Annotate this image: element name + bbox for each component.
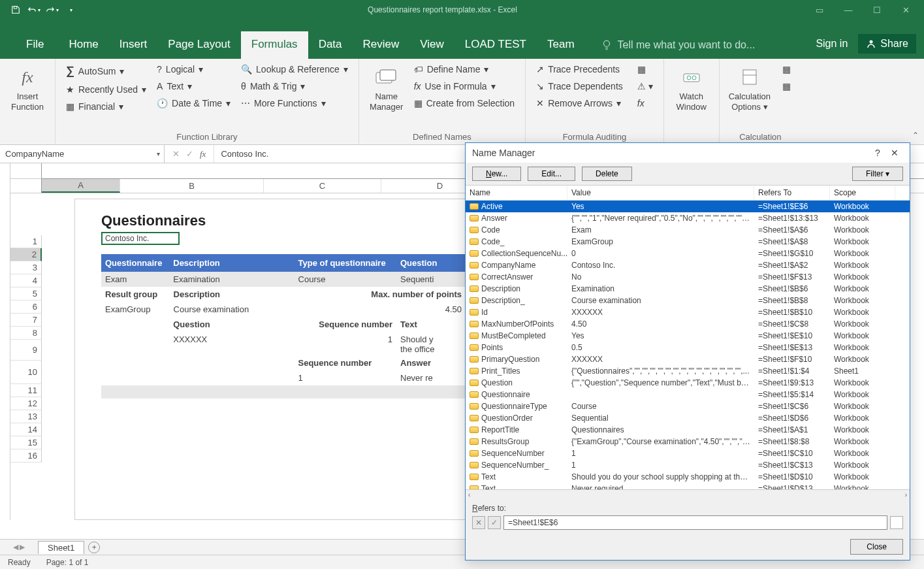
row-header[interactable]: 16 [10,449,42,463]
list-item[interactable]: Print_Titles{"Questionnaires","","","","… [466,365,910,377]
list-item[interactable]: Code_ExamGroup=Sheet1!$A$8Workbook [466,236,910,248]
error-checking-icon[interactable]: ⚠ ▾ [632,78,658,94]
list-item[interactable]: CompanyNameContoso Inc.=Sheet1!$A$2Workb… [466,259,910,271]
dialog-titlebar[interactable]: Name Manager ? ✕ [466,143,910,163]
save-icon[interactable] [8,2,24,18]
close-icon[interactable]: ✕ [893,2,919,18]
row-header[interactable]: 1 [10,235,42,248]
minimize-icon[interactable]: — [835,2,861,18]
fx-icon[interactable]: fx [200,149,206,159]
row-header[interactable]: 7 [10,314,42,327]
list-item[interactable]: MaxNumberOfPoints4.50=Sheet1!$C$8Workboo… [466,318,910,330]
col-header-a[interactable]: A [42,179,120,193]
row-header[interactable]: 10 [10,361,42,384]
new-sheet-button[interactable]: + [88,542,100,553]
list-item[interactable]: ReportTitleQuestionnaires=Sheet1!$A$1Wor… [466,424,910,436]
row-header[interactable]: 9 [10,340,42,361]
list-item[interactable]: ResultsGroup{"ExamGroup","Course examina… [466,436,910,447]
ribbon-display-icon[interactable]: ▭ [806,2,833,18]
math-trig-button[interactable]: θMath & Trig ▾ [236,78,353,94]
sheet-nav-next-icon[interactable]: ▶ [20,543,25,551]
active-cell[interactable]: Contoso Inc. [101,232,180,245]
tab-review[interactable]: Review [353,31,410,59]
tab-page-layout[interactable]: Page Layout [157,31,240,59]
text-button[interactable]: AText ▾ [151,78,236,94]
hscrollbar[interactable]: ‹› [466,489,910,500]
name-box[interactable]: CompanyName ▾ [0,145,165,163]
namebox-dropdown-icon[interactable]: ▾ [157,150,160,157]
list-item[interactable]: Questionnaire=Sheet1!$5:$14Workbook [466,389,910,400]
refers-accept-icon[interactable]: ✓ [488,516,501,529]
list-item[interactable]: MustBeCompletedYes=Sheet1!$E$10Workbook [466,330,910,342]
remove-arrows-button[interactable]: ✕Remove Arrows ▾ [531,95,628,111]
tab-load-test[interactable]: LOAD TEST [454,31,537,59]
sign-in-link[interactable]: Sign in [816,38,848,50]
row-header[interactable]: 5 [10,287,42,301]
tab-formulas[interactable]: Formulas [241,31,308,59]
row-header[interactable]: 13 [10,410,42,423]
row-header[interactable]: 11 [10,384,42,397]
define-name-button[interactable]: 🏷Define Name ▾ [409,61,520,77]
financial-button[interactable]: ▦Financial ▾ [61,99,151,114]
list-item[interactable]: Question{"","Question","Sequence number"… [466,377,910,389]
maximize-icon[interactable]: ☐ [864,2,890,18]
more-functions-button[interactable]: ⋯More Functions ▾ [236,95,353,111]
sheet-tab-sheet1[interactable]: Sheet1 [38,541,84,554]
filter-button[interactable]: Filter ▾ [852,167,903,181]
tab-data[interactable]: Data [308,31,353,59]
row-header[interactable]: 12 [10,397,42,410]
col-header-b[interactable]: B [120,179,264,193]
trace-precedents-button[interactable]: ↗Trace Precedents [531,61,628,77]
calculation-options-button[interactable]: Calculation Options ▾ [725,61,774,116]
new-name-button[interactable]: New... [472,167,521,181]
list-item[interactable]: Answer{"","","1","Never required","0.5",… [466,212,910,224]
list-item[interactable]: CodeExam=Sheet1!$A$6Workbook [466,224,910,236]
name-manager-button[interactable]: Name Manager [364,61,409,116]
use-in-formula-button[interactable]: fxUse in Formula ▾ [409,78,520,94]
dialog-close-icon[interactable]: ✕ [886,148,903,158]
dialog-help-icon[interactable]: ? [869,148,886,158]
row-header[interactable]: 15 [10,436,42,449]
show-formulas-icon[interactable]: ▦ [632,61,658,77]
autosum-button[interactable]: ∑AutoSum ▾ [61,61,151,80]
share-button[interactable]: Share [858,34,916,54]
list-item[interactable]: ActiveYes=Sheet1!$E$6Workbook [466,201,910,212]
collapse-ribbon-icon[interactable]: ⌃ [912,131,919,140]
list-item[interactable]: DescriptionExamination=Sheet1!$B$6Workbo… [466,283,910,295]
list-item[interactable]: Description_Course examination=Sheet1!$B… [466,295,910,306]
lookup-reference-button[interactable]: 🔍Lookup & Reference ▾ [236,61,353,77]
list-item[interactable]: CorrectAnswerNo=Sheet1!$F$13Workbook [466,271,910,283]
tell-me-search[interactable]: Tell me what you want to do... [601,39,756,59]
list-item[interactable]: Points0.5=Sheet1!$E$13Workbook [466,342,910,353]
undo-icon[interactable]: ▾ [26,2,42,18]
tab-team[interactable]: Team [537,31,585,59]
create-from-selection-button[interactable]: ▦Create from Selection [409,95,520,111]
accept-formula-icon[interactable]: ✓ [186,149,193,159]
edit-name-button[interactable]: Edit... [528,167,575,181]
calculate-now-icon[interactable]: ▦ [777,61,796,77]
row-header[interactable]: 2 [10,248,42,261]
list-item[interactable]: TextShould you do your school supply sho… [466,471,910,483]
page-layout-view[interactable]: Questionnaires Contoso Inc. Questionnair… [74,199,492,520]
trace-dependents-button[interactable]: ↘Trace Dependents [531,78,628,94]
refers-to-input[interactable]: =Sheet1!$E$6 [503,515,887,530]
list-item[interactable]: QuestionnaireTypeCourse=Sheet1!$C$6Workb… [466,400,910,412]
col-header-c[interactable]: C [264,179,381,193]
recently-used-button[interactable]: ★Recently Used ▾ [61,82,151,97]
row-header[interactable]: 14 [10,423,42,436]
tab-file[interactable]: File [12,31,58,59]
cancel-formula-icon[interactable]: ✕ [172,149,180,159]
list-item[interactable]: CollectionSequenceNu...0=Sheet1!$G$10Wor… [466,248,910,259]
list-item[interactable]: SequenceNumber_1=Sheet1!$C$13Workbook [466,459,910,471]
delete-name-button[interactable]: Delete [582,167,632,181]
sheet-nav-prev-icon[interactable]: ◀ [13,543,18,551]
tab-home[interactable]: Home [58,31,108,59]
row-header[interactable]: 3 [10,261,42,274]
dialog-close-button[interactable]: Close [850,539,903,555]
tab-view[interactable]: View [409,31,454,59]
list-item[interactable]: QuestionOrderSequential=Sheet1!$D$6Workb… [466,412,910,424]
row-header[interactable]: 4 [10,274,42,287]
names-list[interactable]: Name Value Refers To Scope ActiveYes=She… [466,185,910,489]
list-item[interactable]: Text_Never required=Sheet1!$D$13Workbook [466,483,910,489]
refers-cancel-icon[interactable]: ✕ [472,516,485,529]
